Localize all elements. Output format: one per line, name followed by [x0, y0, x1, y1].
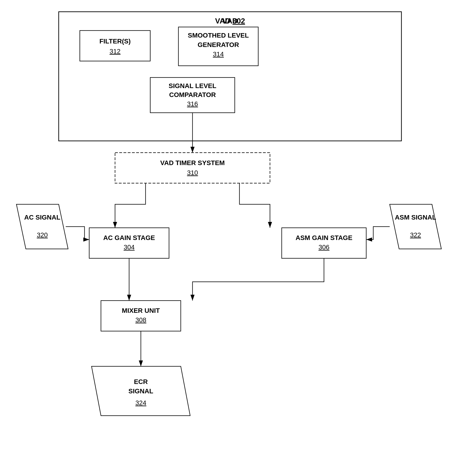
filters-label: FILTER(S) — [99, 38, 131, 45]
asm-signal-shape — [390, 204, 441, 249]
smoothed-label-1: SMOOTHED LEVEL — [188, 32, 249, 39]
asm-signal-label-1: ASM SIGNAL — [395, 214, 436, 221]
asm-gain-label: ASM GAIN STAGE — [295, 234, 352, 241]
timer-to-ac-gain-arrow — [115, 183, 146, 228]
vad-outer-box — [59, 12, 402, 141]
timer-ref: 310 — [187, 169, 198, 176]
comparator-label-2: COMPARATOR — [169, 91, 216, 98]
mixer-ref: 308 — [135, 316, 146, 323]
mixer-box — [101, 301, 181, 331]
ecr-signal-label-1: ECR — [134, 378, 148, 385]
asm-gain-to-mixer-arrow — [193, 258, 324, 301]
ac-signal-shape — [17, 204, 68, 249]
timer-to-asm-gain-arrow — [239, 183, 270, 228]
asm-signal-ref: 322 — [410, 231, 421, 238]
comparator-ref: 316 — [187, 100, 198, 108]
ac-signal-label-1: AC SIGNAL — [24, 214, 60, 221]
timer-box — [115, 153, 270, 183]
mixer-label: MIXER UNIT — [122, 307, 160, 314]
asm-gain-box — [282, 228, 366, 258]
ac-gain-label: AC GAIN STAGE — [103, 234, 155, 241]
asm-gain-ref: 306 — [319, 244, 330, 251]
timer-label: VAD TIMER SYSTEM — [160, 159, 225, 167]
smoothed-label-2: GENERATOR — [198, 41, 239, 48]
asm-signal-to-asm-gain-arrow — [366, 227, 390, 239]
ac-signal-ref: 320 — [37, 231, 48, 238]
ecr-signal-ref: 324 — [135, 399, 146, 407]
smoothed-ref: 314 — [213, 51, 224, 58]
ac-gain-box — [89, 228, 169, 258]
filters-ref: 312 — [110, 48, 121, 55]
diagram-container: VAD VAD 302 FILTER(S) 312 SMOOTHED LEVEL… — [0, 0, 462, 476]
filters-box — [80, 31, 150, 61]
ecr-signal-label-2: SIGNAL — [128, 387, 153, 395]
comparator-label-1: SIGNAL LEVEL — [168, 82, 216, 89]
ac-signal-to-ac-gain-arrow — [66, 227, 89, 239]
ac-gain-ref: 304 — [124, 244, 135, 251]
vad-ref: VAD 302 — [215, 17, 245, 25]
